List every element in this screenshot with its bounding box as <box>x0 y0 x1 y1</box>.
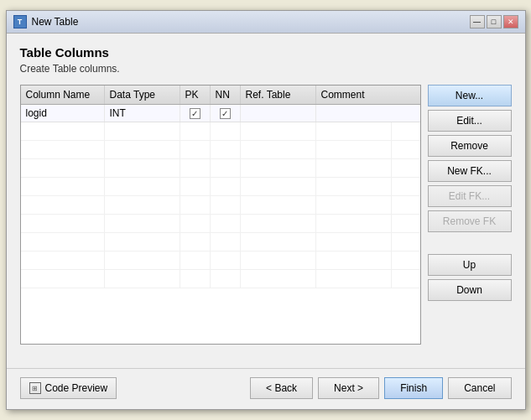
code-preview-button[interactable]: ⊞ Code Preview <box>20 377 117 399</box>
window-title: New Table <box>32 16 79 28</box>
empty-row <box>21 141 420 159</box>
new-button[interactable]: New... <box>428 85 512 106</box>
cell-nn: ✓ <box>211 105 241 122</box>
col-header-comment: Comment <box>316 86 392 104</box>
empty-row <box>21 196 420 215</box>
button-spacer <box>428 236 512 251</box>
section-subtitle: Create Table columns. <box>20 63 512 75</box>
next-button[interactable]: Next > <box>318 377 379 399</box>
minimize-button[interactable]: — <box>470 15 485 29</box>
col-header-name: Column Name <box>21 86 105 104</box>
new-fk-button[interactable]: New FK... <box>428 160 512 182</box>
nn-checkbox[interactable]: ✓ <box>220 108 231 119</box>
pk-checkbox[interactable]: ✓ <box>190 108 200 119</box>
footer: ⊞ Code Preview < Back Next > Finish Canc… <box>7 368 525 409</box>
button-panel: New... Edit... Remove New FK... Edit FK.… <box>428 85 512 345</box>
empty-row <box>21 215 420 233</box>
maximize-button[interactable]: □ <box>487 15 502 29</box>
back-button[interactable]: < Back <box>250 377 313 399</box>
empty-row <box>21 251 420 270</box>
table-header: Column Name Data Type PK NN Ref. Table C… <box>21 86 420 105</box>
edit-fk-button[interactable]: Edit FK... <box>428 185 512 207</box>
remove-fk-button[interactable]: Remove FK <box>428 210 512 232</box>
footer-nav: < Back Next > Finish Cancel <box>250 377 511 399</box>
close-button[interactable]: ✕ <box>503 15 518 29</box>
remove-button[interactable]: Remove <box>428 135 512 157</box>
empty-row <box>21 122 420 141</box>
cell-pk: ✓ <box>180 105 211 122</box>
cancel-button[interactable]: Cancel <box>448 377 511 399</box>
title-bar-controls: — □ ✕ <box>470 15 518 29</box>
window-icon: T <box>13 15 27 29</box>
section-title: Table Columns <box>20 45 512 60</box>
cell-name: logid <box>21 105 105 122</box>
empty-row <box>21 178 420 196</box>
finish-button[interactable]: Finish <box>384 377 443 399</box>
title-bar-left: T New Table <box>13 15 79 29</box>
table-row[interactable]: logid INT ✓ ✓ <box>21 105 420 122</box>
main-window: T New Table — □ ✕ Table Columns Create T… <box>6 10 526 410</box>
cell-ref <box>241 105 316 122</box>
empty-row <box>21 159 420 178</box>
title-bar: T New Table — □ ✕ <box>7 11 525 34</box>
col-header-nn: NN <box>211 86 241 104</box>
edit-button[interactable]: Edit... <box>428 110 512 132</box>
col-header-type: Data Type <box>105 86 180 104</box>
col-header-ref: Ref. Table <box>241 86 316 104</box>
empty-row <box>21 270 420 288</box>
window-content: Table Columns Create Table columns. Colu… <box>7 34 525 368</box>
empty-row <box>21 233 420 251</box>
cell-comment <box>316 105 392 122</box>
down-button[interactable]: Down <box>428 279 512 301</box>
up-button[interactable]: Up <box>428 254 512 276</box>
col-header-pk: PK <box>180 86 211 104</box>
cell-type: INT <box>105 105 180 122</box>
main-area: Column Name Data Type PK NN Ref. Table C… <box>20 85 512 345</box>
code-preview-icon: ⊞ <box>29 382 41 394</box>
columns-table: Column Name Data Type PK NN Ref. Table C… <box>20 85 421 345</box>
table-body: logid INT ✓ ✓ <box>21 105 420 341</box>
